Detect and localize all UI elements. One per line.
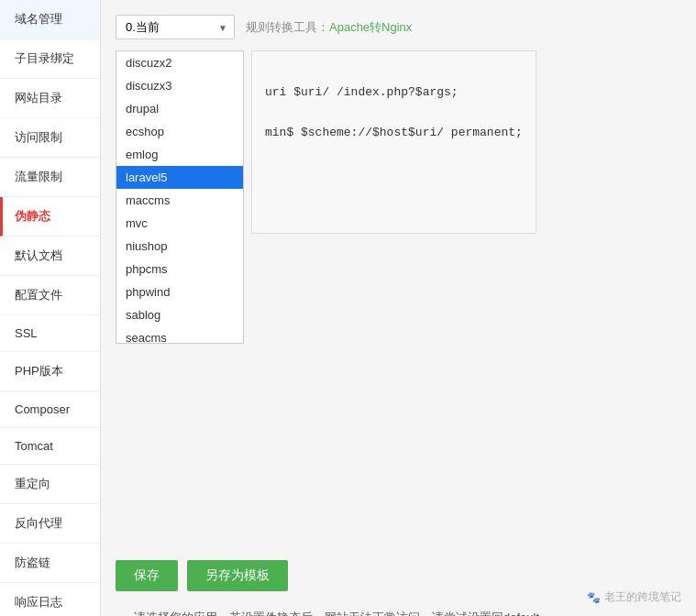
preset-select-wrapper: 0.当前 ▼ <box>116 15 235 39</box>
list-item-laravel5[interactable]: laravel5 <box>116 166 243 189</box>
button-row: 保存 另存为模板 <box>116 560 681 591</box>
dropdown-and-code: discuzx2 discuzx3 drupal ecshop emlog la… <box>116 50 681 234</box>
save-template-button[interactable]: 另存为模板 <box>187 560 288 591</box>
tool-link-label: 规则转换工具：Apache转Nginx <box>246 19 412 36</box>
list-item[interactable]: emlog <box>116 143 243 166</box>
sidebar-item-domain[interactable]: 域名管理 <box>0 0 100 39</box>
list-item[interactable]: drupal <box>116 97 243 120</box>
list-item[interactable]: ecshop <box>116 120 243 143</box>
preset-select[interactable]: 0.当前 <box>116 15 235 39</box>
footer-brand: 🐾 老王的跨境笔记 <box>587 589 681 605</box>
list-item[interactable]: discuzx3 <box>116 74 243 97</box>
list-item[interactable]: niushop <box>116 235 243 258</box>
sidebar-item-access-log[interactable]: 响应日志 <box>0 583 100 616</box>
brand-label: 老王的跨境笔记 <box>604 589 681 605</box>
sidebar-item-default-doc[interactable]: 默认文档 <box>0 236 100 276</box>
sidebar-item-rewrite[interactable]: 伪静态 <box>0 197 100 236</box>
tip-1: 请选择您的应用，若设置伪静态后，网站无法正常访问，请尝试设置回default <box>134 606 681 616</box>
main-content: 0.当前 ▼ 规则转换工具：Apache转Nginx discuzx2 disc… <box>101 0 696 616</box>
list-item[interactable]: mvc <box>116 212 243 235</box>
sidebar-item-traffic[interactable]: 流量限制 <box>0 158 100 197</box>
save-button[interactable]: 保存 <box>116 560 178 591</box>
code-line1: uri $uri/ /index.php?$args; <box>265 85 458 99</box>
sidebar: 域名管理 子目录绑定 网站目录 访问限制 流量限制 伪静态 默认文档 配置文件 … <box>0 0 101 616</box>
brand-icon: 🐾 <box>587 591 601 604</box>
sidebar-item-reverse-proxy[interactable]: 反向代理 <box>0 504 100 544</box>
sidebar-item-sitedir[interactable]: 网站目录 <box>0 79 100 118</box>
list-item[interactable]: phpwind <box>116 280 243 303</box>
sidebar-item-ssl[interactable]: SSL <box>0 315 100 352</box>
top-bar: 0.当前 ▼ 规则转换工具：Apache转Nginx <box>116 15 681 39</box>
sidebar-item-access[interactable]: 访问限制 <box>0 118 100 158</box>
list-item[interactable]: discuzx2 <box>116 51 243 74</box>
sidebar-item-composer[interactable]: Composer <box>0 391 100 428</box>
list-item[interactable]: phpcms <box>116 258 243 280</box>
code-editor[interactable]: uri $uri/ /index.php?$args; min$ $scheme… <box>251 50 536 234</box>
code-line3: min$ $scheme://$host$uri/ permanent; <box>265 126 523 139</box>
sidebar-item-redirect[interactable]: 重定向 <box>0 465 100 504</box>
tips-list: 请选择您的应用，若设置伪静态后，网站无法正常访问，请尝试设置回default 您… <box>116 606 681 616</box>
sidebar-item-config[interactable]: 配置文件 <box>0 276 100 315</box>
sidebar-item-hotlink[interactable]: 防盗链 <box>0 544 100 583</box>
sidebar-item-subdir[interactable]: 子目录绑定 <box>0 39 100 79</box>
list-item[interactable]: maccms <box>116 189 243 212</box>
apache-nginx-tool-link[interactable]: Apache转Nginx <box>329 20 412 34</box>
sidebar-item-tomcat[interactable]: Tomcat <box>0 428 100 465</box>
sidebar-item-php[interactable]: PHP版本 <box>0 352 100 391</box>
list-item[interactable]: sablog <box>116 303 243 326</box>
preset-dropdown-list: discuzx2 discuzx3 drupal ecshop emlog la… <box>116 50 244 344</box>
list-item[interactable]: seacms <box>116 326 243 344</box>
